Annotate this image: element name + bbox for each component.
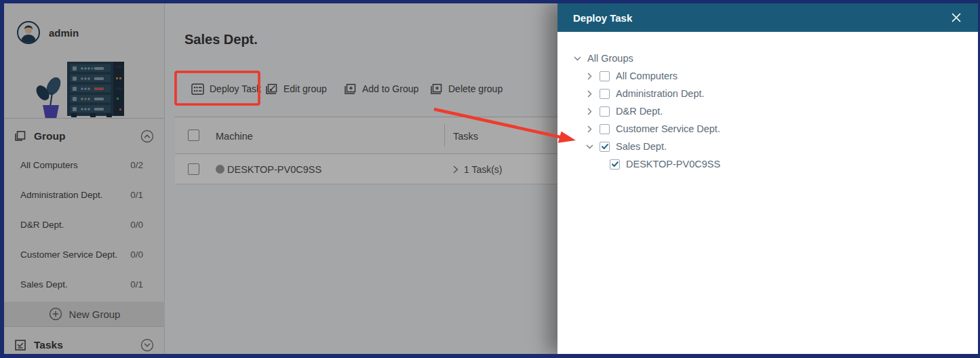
- check-icon: [601, 142, 609, 151]
- tree-item-label: D&R Dept.: [616, 106, 663, 117]
- checkbox-unchecked[interactable]: [600, 124, 610, 134]
- close-button[interactable]: [948, 9, 964, 26]
- checkbox-checked[interactable]: [600, 142, 610, 152]
- chevron-right-icon[interactable]: [585, 72, 594, 81]
- checkbox-unchecked[interactable]: [600, 71, 610, 81]
- chevron-right-icon[interactable]: [585, 90, 594, 98]
- tree-item-label: Administration Dept.: [616, 88, 705, 99]
- tree-item-desktop-pv0c9ss[interactable]: DESKTOP-PV0C9SS: [557, 155, 978, 173]
- checkbox-checked[interactable]: [610, 159, 620, 170]
- tree-item-label: DESKTOP-PV0C9SS: [626, 159, 720, 170]
- group-tree: All Groups All Computers Administration …: [557, 32, 978, 173]
- check-icon: [611, 160, 619, 168]
- app-content: admin: [4, 3, 978, 354]
- tree-item-administration-dept[interactable]: Administration Dept.: [557, 85, 978, 102]
- tree-item-dr-dept[interactable]: D&R Dept.: [557, 102, 978, 120]
- chevron-right-icon[interactable]: [585, 125, 594, 134]
- chevron-right-icon[interactable]: [585, 107, 594, 116]
- deploy-task-dialog: Deploy Task All Groups: [557, 3, 978, 354]
- tree-item-sales-dept[interactable]: Sales Dept.: [557, 138, 978, 155]
- tree-item-all-groups[interactable]: All Groups: [557, 49, 978, 67]
- checkbox-unchecked[interactable]: [600, 89, 610, 99]
- tree-item-label: All Computers: [616, 71, 678, 81]
- dialog-title: Deploy Task: [573, 12, 948, 24]
- close-icon: [951, 12, 962, 23]
- tree-item-customer-service-dept[interactable]: Customer Service Dept.: [557, 120, 978, 138]
- tree-item-all-computers[interactable]: All Computers: [557, 67, 978, 85]
- dialog-header: Deploy Task: [557, 3, 978, 32]
- tree-item-label: Sales Dept.: [616, 141, 667, 152]
- checkbox-unchecked[interactable]: [600, 106, 610, 117]
- chevron-down-icon[interactable]: [585, 142, 594, 151]
- tree-item-label: Customer Service Dept.: [616, 123, 720, 134]
- app-window: admin: [0, 0, 980, 358]
- chevron-down-icon[interactable]: [573, 54, 582, 63]
- tree-item-label: All Groups: [587, 53, 633, 64]
